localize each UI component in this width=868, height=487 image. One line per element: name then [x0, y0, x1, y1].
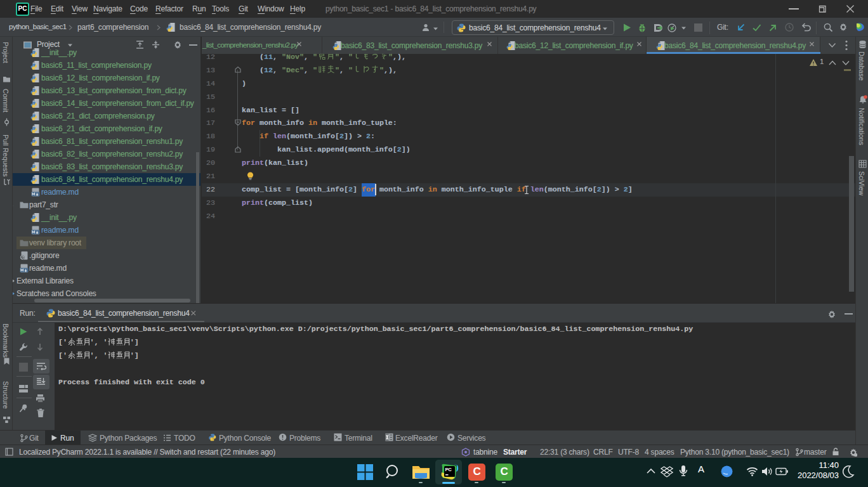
svg-text:PC: PC: [445, 467, 452, 472]
